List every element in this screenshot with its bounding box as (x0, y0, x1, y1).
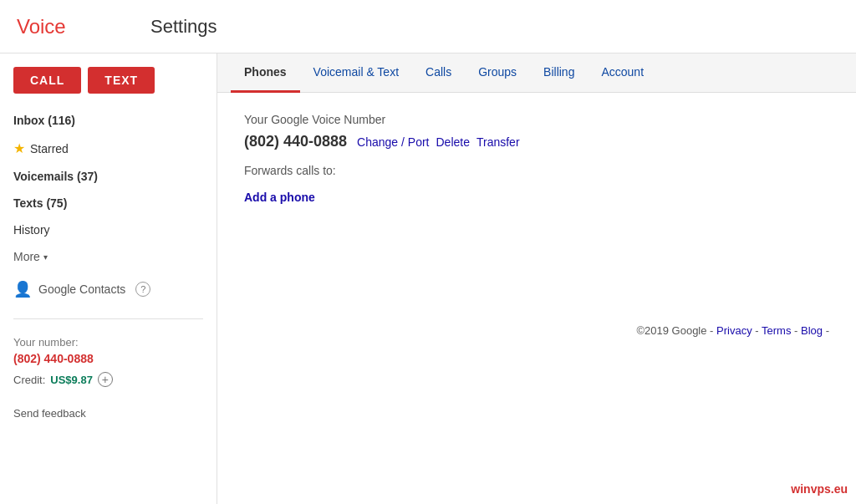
gv-number-label: Your Google Voice Number (244, 113, 829, 126)
tab-account[interactable]: Account (588, 53, 657, 93)
sidebar-divider (13, 318, 203, 319)
gv-number: (802) 440-0888 (244, 133, 347, 150)
sidebar-more-label: More (13, 250, 40, 263)
credit-label: Credit: (13, 374, 45, 386)
sidebar-item-history[interactable]: History (0, 216, 217, 243)
sidebar-number-section: Your number: (802) 440-0888 Credit: US$9… (0, 329, 217, 400)
call-button[interactable]: CALL (13, 67, 81, 94)
sidebar-starred-label: Starred (30, 142, 69, 155)
tab-voicemail-text[interactable]: Voicemail & Text (300, 53, 412, 93)
page-footer: ©2019 Google - Privacy - Terms - Blog - (217, 308, 856, 354)
person-icon: 👤 (13, 280, 32, 298)
footer-terms-link[interactable]: Terms (762, 324, 791, 337)
sidebar-item-texts[interactable]: Texts (75) (0, 190, 217, 216)
tab-groups[interactable]: Groups (465, 53, 530, 93)
send-feedback-link[interactable]: Send feedback (0, 400, 217, 426)
credit-value: US$9.87 (50, 374, 93, 386)
footer-blog-link[interactable]: Blog (801, 324, 823, 337)
sidebar-texts-label: Texts (75) (13, 196, 67, 210)
phones-content: Your Google Voice Number (802) 440-0888 … (217, 93, 856, 224)
footer-privacy-link[interactable]: Privacy (716, 324, 752, 337)
help-icon[interactable]: ? (135, 282, 150, 297)
sidebar-actions: CALL TEXT (0, 67, 217, 107)
main-layout: CALL TEXT Inbox (116) ★ Starred Voicemai… (0, 53, 856, 504)
change-port-link[interactable]: Change / Port (357, 135, 429, 149)
delete-link[interactable]: Delete (436, 135, 469, 149)
gv-number-actions: Change / Port Delete Transfer (357, 135, 519, 149)
tab-phones[interactable]: Phones (231, 53, 300, 93)
chevron-down-icon: ▾ (43, 252, 48, 262)
tab-calls[interactable]: Calls (412, 53, 465, 93)
sidebar-voicemails-label: Voicemails (37) (13, 170, 98, 183)
sidebar-item-voicemails[interactable]: Voicemails (37) (0, 163, 217, 190)
text-button[interactable]: TEXT (88, 67, 155, 94)
main-content: Phones Voicemail & Text Calls Groups Bil… (217, 53, 856, 504)
add-credit-button[interactable]: + (98, 372, 113, 387)
contacts-label: Google Contacts (38, 283, 125, 296)
sidebar: CALL TEXT Inbox (116) ★ Starred Voicemai… (0, 53, 217, 504)
footer-separator-3: - (826, 324, 829, 337)
app-logo: Voice (17, 15, 117, 38)
sidebar-history-label: History (13, 223, 50, 237)
sidebar-item-more[interactable]: More ▾ (0, 243, 217, 270)
sidebar-item-inbox[interactable]: Inbox (116) (0, 107, 217, 134)
tab-billing[interactable]: Billing (530, 53, 588, 93)
footer-copyright: ©2019 Google - (636, 324, 713, 337)
your-number-label: Your number: (13, 336, 203, 349)
header: Voice Settings (0, 0, 856, 53)
forwards-label: Forwards calls to: (244, 164, 829, 177)
sidebar-item-starred[interactable]: ★ Starred (0, 134, 217, 163)
settings-tabs: Phones Voicemail & Text Calls Groups Bil… (217, 53, 856, 93)
sidebar-inbox-label: Inbox (116) (13, 114, 75, 127)
sidebar-item-contacts[interactable]: 👤 Google Contacts ? (0, 270, 217, 308)
footer-separator-1: - (755, 324, 762, 337)
footer-separator-2: - (794, 324, 801, 337)
star-icon: ★ (13, 140, 25, 156)
transfer-link[interactable]: Transfer (476, 135, 520, 149)
your-number-value: (802) 440-0888 (13, 352, 203, 365)
page-title: Settings (150, 16, 217, 38)
credit-row: Credit: US$9.87 + (13, 372, 203, 387)
gv-number-row: (802) 440-0888 Change / Port Delete Tran… (244, 133, 829, 150)
sidebar-nav: Inbox (116) ★ Starred Voicemails (37) Te… (0, 107, 217, 270)
add-phone-link[interactable]: Add a phone (244, 191, 315, 204)
watermark: winvps.eu (791, 482, 848, 496)
